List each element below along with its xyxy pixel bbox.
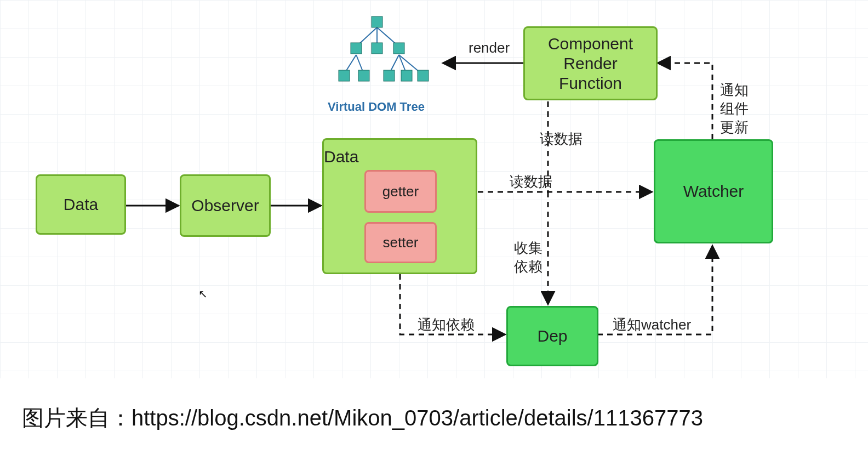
- dep-box: Dep: [506, 306, 598, 366]
- vdom-caption: Virtual DOM Tree: [328, 100, 425, 114]
- diagram-canvas: Data Observer Data getter setter Compone…: [0, 0, 868, 471]
- getter-box: getter: [364, 170, 437, 213]
- attribution-prefix: 图片来自：: [22, 406, 132, 430]
- edge-label-read-top: 读数据: [540, 129, 583, 149]
- edge-label-collect-dep: 收集 依赖: [514, 239, 542, 276]
- edge-label-read-mid: 读数据: [510, 172, 552, 191]
- edge-label-render: render: [469, 39, 510, 56]
- component-line3: Function: [559, 73, 622, 93]
- component-line1: Component: [548, 34, 633, 54]
- observer-box: Observer: [180, 174, 271, 237]
- setter-box: setter: [364, 222, 437, 263]
- data-center-title: Data: [324, 147, 358, 166]
- cursor-icon: ↖: [198, 287, 208, 300]
- watcher-box: Watcher: [654, 139, 773, 243]
- edge-label-notify-watcher: 通知watcher: [613, 315, 691, 334]
- component-render-function-box: Component Render Function: [523, 26, 658, 100]
- edge-label-notify-dep: 通知依赖: [418, 315, 475, 334]
- component-line2: Render: [563, 54, 617, 73]
- data-box-left: Data: [36, 174, 126, 235]
- edge-label-notify-component: 通知 组件 更新: [720, 81, 749, 137]
- attribution-url: https://blog.csdn.net/Mikon_0703/article…: [132, 406, 703, 430]
- attribution-line: 图片来自：https://blog.csdn.net/Mikon_0703/ar…: [22, 403, 703, 433]
